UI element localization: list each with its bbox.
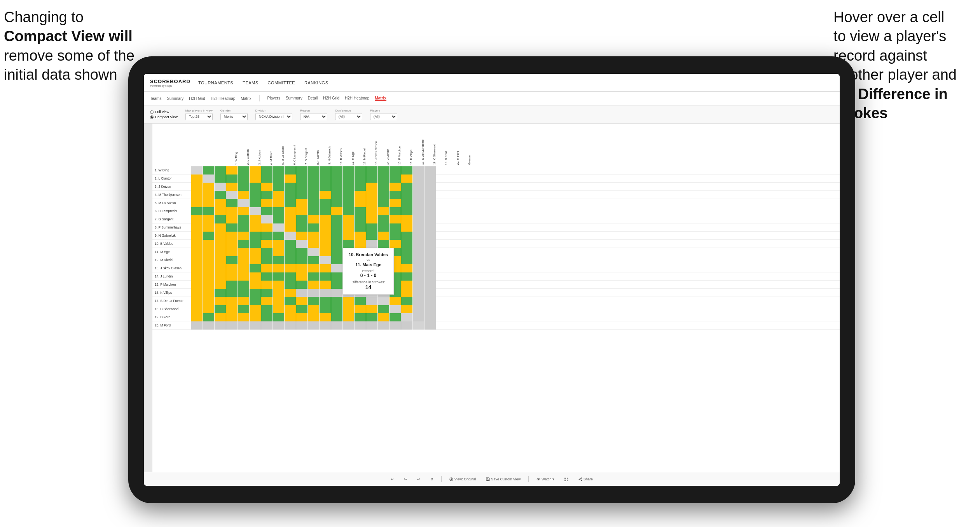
grid-cell[interactable] [273,183,285,191]
grid-cell[interactable] [215,321,226,330]
settings-button[interactable]: ⚙ [428,476,436,482]
grid-cell[interactable] [390,297,401,305]
grid-cell[interactable] [355,297,366,305]
grid-cell[interactable] [331,248,343,256]
grid-cell[interactable] [250,305,261,313]
grid-cell[interactable] [413,248,424,256]
grid-cell[interactable] [366,183,378,191]
grid-cell[interactable] [238,272,250,281]
grid-cell[interactable] [215,232,226,240]
grid-cell[interactable] [331,289,343,297]
grid-cell[interactable] [273,313,285,321]
grid-cell[interactable] [355,191,366,199]
grid-cell[interactable] [215,207,226,215]
grid-cell[interactable] [320,248,331,256]
grid-cell[interactable] [296,175,308,183]
grid-cell[interactable] [331,264,343,272]
grid-cell[interactable] [191,223,203,232]
grid-cell[interactable] [191,175,203,183]
grid-cell[interactable] [320,272,331,281]
grid-cell[interactable] [250,207,261,215]
grid-cell[interactable] [226,297,238,305]
grid-cell[interactable] [355,321,366,330]
grid-cell[interactable] [401,256,413,264]
grid-cell[interactable] [215,289,226,297]
grid-cell[interactable] [413,175,424,183]
grid-cell[interactable] [238,321,250,330]
grid-cell[interactable] [191,297,203,305]
grid-cell[interactable] [320,199,331,207]
grid-cell[interactable] [343,240,355,248]
grid-cell[interactable] [250,223,261,232]
grid-cell[interactable] [226,256,238,264]
grid-cell[interactable] [308,232,320,240]
grid-cell[interactable] [203,232,215,240]
nav-committee[interactable]: COMMITTEE [268,80,295,85]
grid-cell[interactable] [238,183,250,191]
grid-cell[interactable] [226,264,238,272]
grid-cell[interactable] [308,264,320,272]
grid-cell[interactable] [296,232,308,240]
grid-cell[interactable] [378,321,390,330]
grid-cell[interactable] [401,321,413,330]
grid-cell[interactable] [296,207,308,215]
grid-cell[interactable] [424,207,436,215]
grid-cell[interactable] [226,166,238,175]
grid-cell[interactable] [308,272,320,281]
grid-cell[interactable] [226,289,238,297]
grid-cell[interactable] [320,183,331,191]
tab-matrix1[interactable]: Matrix [241,96,251,101]
grid-cell[interactable] [285,183,296,191]
nav-rankings[interactable]: RANKINGS [304,80,328,85]
grid-cell[interactable] [296,313,308,321]
redo-left-button[interactable]: ↪ [402,476,409,482]
grid-cell[interactable] [401,191,413,199]
grid-cell[interactable] [424,272,436,281]
grid-cell[interactable] [424,223,436,232]
grid-cell[interactable] [215,264,226,272]
grid-cell[interactable] [203,223,215,232]
grid-cell[interactable] [390,240,401,248]
grid-cell[interactable] [331,183,343,191]
grid-cell[interactable] [273,281,285,289]
grid-cell[interactable] [273,305,285,313]
grid-cell[interactable] [366,207,378,215]
grid-cell[interactable] [331,175,343,183]
grid-cell[interactable] [331,232,343,240]
grid-cell[interactable] [378,175,390,183]
grid-cell[interactable] [191,289,203,297]
grid-cell[interactable] [320,321,331,330]
grid-cell[interactable] [238,207,250,215]
grid-cell[interactable] [238,256,250,264]
grid-cell[interactable] [401,183,413,191]
grid-cell[interactable] [273,166,285,175]
grid-cell[interactable] [320,297,331,305]
grid-cell[interactable] [390,321,401,330]
grid-cell[interactable] [203,289,215,297]
grid-cell[interactable] [296,305,308,313]
grid-cell[interactable] [424,289,436,297]
grid-cell[interactable] [378,166,390,175]
grid-cell[interactable] [273,175,285,183]
grid-cell[interactable] [261,207,273,215]
grid-cell[interactable] [343,321,355,330]
grid-cell[interactable] [226,175,238,183]
grid-cell[interactable] [203,305,215,313]
grid-cell[interactable] [424,232,436,240]
grid-cell[interactable] [215,215,226,223]
grid-cell[interactable] [413,232,424,240]
grid-cell[interactable] [238,264,250,272]
grid-cell[interactable] [203,264,215,272]
grid-cell[interactable] [273,297,285,305]
grid-cell[interactable] [215,248,226,256]
grid-cell[interactable] [191,199,203,207]
grid-cell[interactable] [261,256,273,264]
grid-cell[interactable] [250,321,261,330]
grid-cell[interactable] [413,215,424,223]
grid-cell[interactable] [390,305,401,313]
grid-cell[interactable] [250,281,261,289]
grid-cell[interactable] [296,223,308,232]
grid-cell[interactable] [191,248,203,256]
grid-cell[interactable] [203,240,215,248]
grid-cell[interactable] [273,321,285,330]
